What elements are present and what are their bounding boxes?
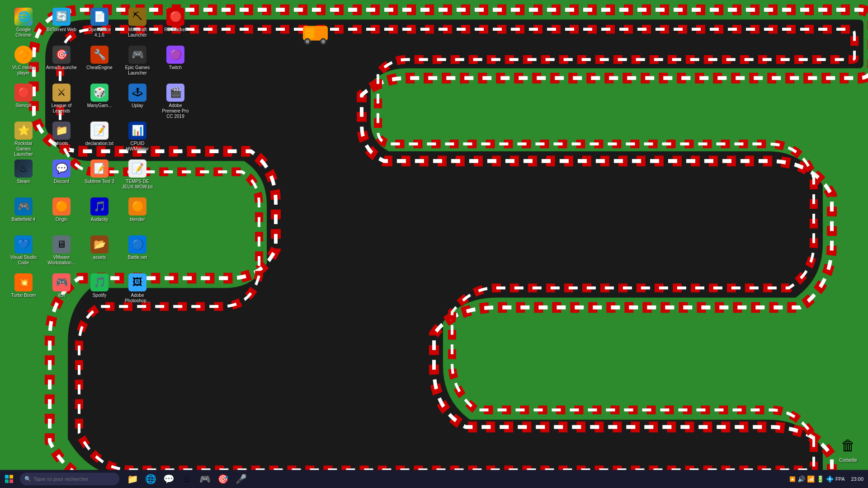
tray-network[interactable]: 📶 xyxy=(807,475,815,483)
desktop-icon-battlefield4[interactable]: 🎮Battlefield 4 xyxy=(5,195,42,231)
desktop-icon-uplay[interactable]: 🕹Uplay xyxy=(119,81,156,117)
desktop-icon-lol[interactable]: ⚔League of Legends xyxy=(43,81,80,117)
desktop-icon-audacity[interactable]: 🎵Audacity xyxy=(81,195,118,231)
sublime-label: Sublime Text 3 xyxy=(85,179,114,184)
desktop-icon-discord[interactable]: 💬Discord xyxy=(43,157,80,193)
stencyl-label: StencylI xyxy=(15,103,32,108)
openoffice-icon: 📄 xyxy=(90,8,108,26)
spotify-icon: 🎵 xyxy=(90,273,108,291)
desktop-icon-minecraft[interactable]: ⛏Minecraft Launcher xyxy=(119,5,156,42)
taskbar-app-app5[interactable]: 🎯 xyxy=(214,470,232,488)
desktop-icon-twitch[interactable]: 🟣Twitch xyxy=(157,43,193,80)
desktop-icon-turboboom[interactable]: 💥Turbo Boom xyxy=(5,271,42,307)
tempsdejeux-label: TEMPS DE JEUX WOW.txt xyxy=(122,179,153,190)
tray-dropbox[interactable]: 💠 xyxy=(826,475,834,483)
desktop-icon-shoots[interactable]: 📁shoots xyxy=(43,119,80,155)
search-input[interactable] xyxy=(33,476,115,482)
desktop-icon-r6tracker[interactable]: 🔴R6 Tracker xyxy=(157,5,193,42)
desktop-icon-arma3[interactable]: 🎯Arma3Launche... xyxy=(43,43,80,80)
desktop-icon-itch[interactable]: 🎮itch xyxy=(43,271,80,307)
tray-lang: FPA xyxy=(835,476,845,482)
vscode-label: Visual Studio Code xyxy=(8,255,39,266)
start-button[interactable] xyxy=(0,470,18,488)
desktop-icon-bittorrent[interactable]: 🔄BitTorrent Web xyxy=(43,5,80,42)
turboboom-icon: 💥 xyxy=(14,273,33,291)
desktop-icon-cpuid[interactable]: 📊CPUID HWMonitor xyxy=(119,119,156,155)
taskbar-app-epic-tb[interactable]: 🎮 xyxy=(196,470,214,488)
tray-volume[interactable]: 🔊 xyxy=(797,475,805,483)
taskbar: 🔍 📁🌐💬♨🎮🎯🎤 🔼 🔊 📶 🔋 💠 FPA 23:00 xyxy=(0,470,868,488)
audacity-icon: 🎵 xyxy=(90,197,108,216)
vlc-label: VLC media player xyxy=(8,65,39,76)
vlc-icon: 🔶 xyxy=(14,46,33,64)
desktop-icon-vlc[interactable]: 🔶VLC media player xyxy=(5,43,42,80)
bittorrent-label: BitTorrent Web xyxy=(47,27,76,33)
epic-icon: 🎮 xyxy=(128,46,146,64)
desktop-icon-vmware[interactable]: 🖥VMware Workstation... xyxy=(43,233,80,269)
discord-label: Discord xyxy=(54,179,69,184)
premiere-icon: 🎬 xyxy=(166,84,184,102)
rockstar-label: Rockstar Games Launcher xyxy=(8,141,39,157)
taskbar-right-area: 🔼 🔊 📶 🔋 💠 FPA 23:00 xyxy=(789,475,868,483)
svg-point-4 xyxy=(306,39,309,43)
openoffice-label: OpenOffice 4.1.6 xyxy=(84,27,115,38)
turboboom-label: Turbo Boom xyxy=(11,293,36,298)
blender-icon: 🟠 xyxy=(128,197,146,216)
desktop-icon-rockstar[interactable]: ⭐Rockstar Games Launcher xyxy=(5,119,42,155)
desktop-icon-stencyl[interactable]: 🔴StencylI xyxy=(5,81,42,117)
desktop-icon-origin[interactable]: 🟠Origin xyxy=(43,195,80,231)
svg-rect-7 xyxy=(9,475,13,479)
tempsdejeux-icon: 📝 xyxy=(128,160,146,178)
desktop-icon-steam[interactable]: ♨Steam xyxy=(5,157,42,193)
tray-battery[interactable]: 🔋 xyxy=(816,475,824,483)
tray-expand[interactable]: 🔼 xyxy=(789,476,796,482)
r6tracker-label: R6 Tracker xyxy=(165,27,187,33)
assets-icon: 📂 xyxy=(90,235,108,253)
epic-label: Epic Games Launcher xyxy=(122,65,153,76)
desktop-icon-sublime[interactable]: 📝Sublime Text 3 xyxy=(81,157,118,193)
svg-rect-8 xyxy=(5,479,9,483)
desktop-icon-openoffice[interactable]: 📄OpenOffice 4.1.6 xyxy=(81,5,118,42)
desktop-icon-manygames[interactable]: 🎲ManyGam... xyxy=(81,81,118,117)
itch-label: itch xyxy=(58,293,65,298)
taskbar-app-explorer[interactable]: 📁 xyxy=(123,470,142,488)
svg-rect-1 xyxy=(305,28,314,39)
taskbar-app-steam-tb[interactable]: ♨ xyxy=(178,470,196,488)
desktop-icon-tempsdejeux[interactable]: 📝TEMPS DE JEUX WOW.txt xyxy=(119,157,156,193)
premiere-label: Adobe Premiere Pro CC 2019 xyxy=(160,103,191,119)
taskbar-app-chrome-tb[interactable]: 🌐 xyxy=(142,470,160,488)
bittorrent-icon: 🔄 xyxy=(52,8,71,26)
stencyl-icon: 🔴 xyxy=(14,84,33,102)
desktop-icon-spotify[interactable]: 🎵Spotify xyxy=(81,271,118,307)
search-icon: 🔍 xyxy=(24,476,31,482)
taskbar-search-box[interactable]: 🔍 xyxy=(20,473,119,485)
desktop-icon-epic[interactable]: 🎮Epic Games Launcher xyxy=(119,43,156,80)
desktop-icon-cheatengine[interactable]: 🔧CheatEngine xyxy=(81,43,118,80)
desktop-icon-photoshop[interactable]: 🖼Adobe Photoshop... xyxy=(119,271,156,307)
desktop-icon-blender[interactable]: 🟠blender xyxy=(119,195,156,231)
cpuid-label: CPUID HWMonitor xyxy=(122,141,153,152)
photoshop-label: Adobe Photoshop... xyxy=(122,293,153,304)
photoshop-icon: 🖼 xyxy=(128,273,146,291)
cheatengine-label: CheatEngine xyxy=(86,65,113,70)
recycle-bin[interactable]: 🗑 Corbeille xyxy=(837,435,859,463)
declaration-icon: 📝 xyxy=(90,122,108,140)
taskbar-clock: 23:00 xyxy=(851,476,863,482)
desktop-icon-declaration[interactable]: 📝declaration.txt xyxy=(81,119,118,155)
recycle-bin-icon: 🗑 xyxy=(837,435,859,456)
steam-icon: ♨ xyxy=(14,160,33,178)
system-tray: 🔼 🔊 📶 🔋 💠 FPA xyxy=(789,475,845,483)
audacity-label: Audacity xyxy=(91,217,108,222)
taskbar-app-discord-tb[interactable]: 💬 xyxy=(160,470,178,488)
desktop-icon-assets[interactable]: 📂assets xyxy=(81,233,118,269)
origin-icon: 🟠 xyxy=(52,197,71,216)
blender-label: blender xyxy=(130,217,145,222)
svg-point-5 xyxy=(321,39,325,43)
steam-label: Steam xyxy=(17,179,30,184)
desktop-icon-google-chrome[interactable]: 🌐Google Chrome xyxy=(5,5,42,42)
desktop-icon-battlenet[interactable]: 🔵Battle.net xyxy=(119,233,156,269)
taskbar-app-mic[interactable]: 🎤 xyxy=(232,470,250,488)
svg-rect-6 xyxy=(5,475,9,479)
desktop-icon-vscode[interactable]: 💙Visual Studio Code xyxy=(5,233,42,269)
desktop-icon-premiere[interactable]: 🎬Adobe Premiere Pro CC 2019 xyxy=(157,81,193,117)
